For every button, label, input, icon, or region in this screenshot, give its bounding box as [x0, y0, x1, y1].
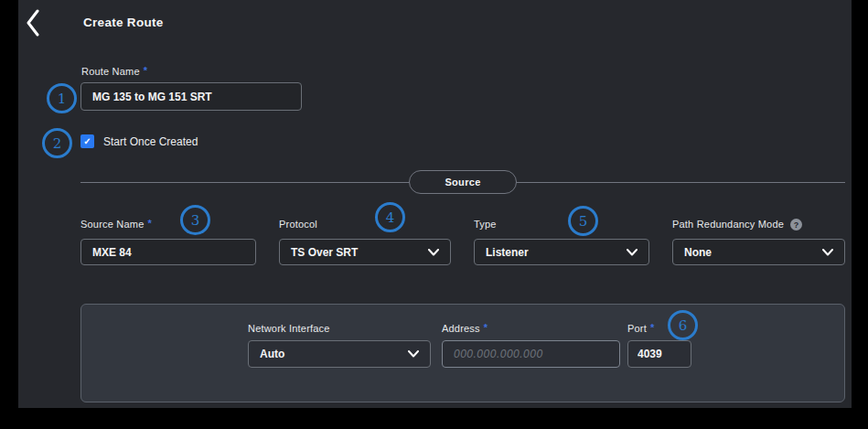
route-name-input[interactable]	[80, 82, 302, 111]
annotation-marker-1: 1	[47, 83, 77, 113]
address-input[interactable]	[442, 340, 620, 368]
protocol-field: Protocol TS Over SRT	[279, 219, 451, 230]
source-section-pill: Source	[409, 170, 517, 194]
route-name-label: Route Name *	[81, 66, 147, 77]
start-once-created-checkbox[interactable]: ✓	[80, 134, 94, 148]
start-once-created-label: Start Once Created	[103, 135, 198, 148]
type-dropdown[interactable]: Listener	[474, 239, 649, 265]
source-name-field: Source Name *	[80, 219, 256, 230]
required-asterisk: *	[650, 323, 654, 332]
source-name-label: Source Name *	[80, 219, 256, 230]
chevron-down-icon	[822, 249, 833, 256]
help-icon[interactable]: ?	[790, 219, 802, 231]
network-interface-dropdown[interactable]: Auto	[248, 340, 431, 368]
start-once-created-row[interactable]: ✓ Start Once Created	[80, 134, 198, 148]
screenshot-frame: Create Route Route Name * ✓ Start Once C…	[0, 0, 868, 429]
protocol-label: Protocol	[279, 219, 451, 230]
page-title: Create Route	[83, 16, 164, 29]
create-route-page: Create Route Route Name * ✓ Start Once C…	[18, 0, 852, 408]
check-icon: ✓	[83, 136, 91, 146]
required-asterisk: *	[144, 66, 147, 75]
address-label: Address *	[442, 323, 620, 334]
path-redundancy-dropdown[interactable]: None	[672, 239, 845, 265]
protocol-value: TS Over SRT	[291, 246, 358, 259]
path-redundancy-field: Path Redundancy Mode ? None	[672, 219, 845, 231]
port-field: Port *	[627, 323, 691, 334]
chevron-down-icon	[428, 249, 439, 256]
type-label: Type	[474, 219, 649, 230]
back-button[interactable]	[22, 7, 44, 38]
address-field: Address *	[442, 323, 620, 334]
listener-settings-panel: Network Interface Auto Address *	[80, 304, 845, 402]
chevron-down-icon	[627, 249, 638, 256]
protocol-dropdown[interactable]: TS Over SRT	[279, 239, 451, 265]
chevron-left-icon	[27, 9, 39, 37]
type-field: Type Listener	[474, 219, 649, 230]
annotation-marker-2: 2	[42, 128, 72, 158]
path-redundancy-label: Path Redundancy Mode ?	[672, 219, 845, 231]
network-interface-label: Network Interface	[248, 323, 431, 334]
required-asterisk: *	[484, 323, 488, 332]
port-label: Port *	[627, 323, 691, 334]
network-interface-value: Auto	[260, 348, 284, 360]
source-section-divider: Source	[80, 170, 845, 194]
required-asterisk: *	[147, 219, 151, 228]
network-interface-field: Network Interface Auto	[248, 323, 431, 334]
port-input[interactable]	[627, 340, 691, 368]
source-name-input[interactable]	[80, 239, 256, 265]
type-value: Listener	[486, 246, 529, 259]
path-redundancy-value: None	[684, 246, 712, 259]
chevron-down-icon	[408, 350, 419, 358]
